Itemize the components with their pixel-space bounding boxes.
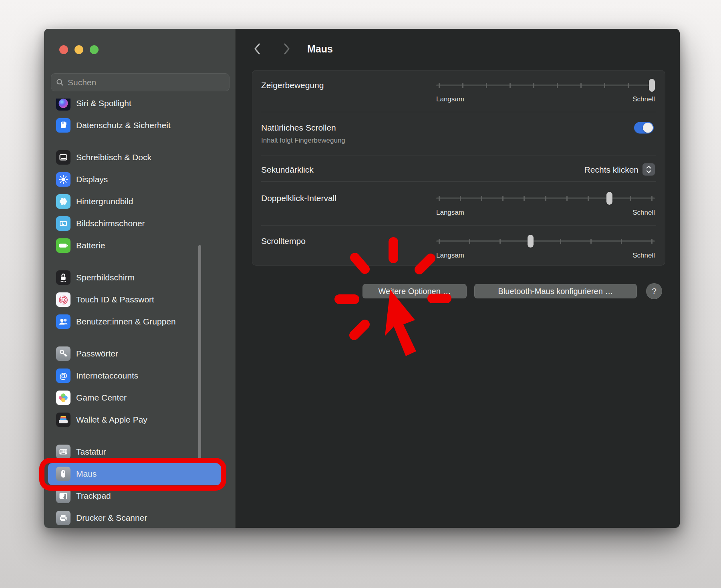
sidebar-item-label: Drucker & Scanner bbox=[76, 513, 147, 523]
scroll-speed-slider[interactable] bbox=[436, 235, 655, 248]
sidebar-item-screensaver[interactable]: Bildschirmschoner bbox=[48, 213, 224, 235]
page-title: Maus bbox=[307, 43, 333, 55]
sidebar-item-lock-screen[interactable]: Sperrbildschirm bbox=[48, 267, 224, 289]
slider-tick bbox=[462, 83, 463, 88]
help-button[interactable]: ? bbox=[646, 283, 662, 299]
search-placeholder: Suchen bbox=[68, 78, 96, 87]
sidebar-item-siri[interactable]: Siri & Spotlight bbox=[48, 99, 224, 115]
slider-tick bbox=[628, 83, 629, 88]
sidebar-scrollbar[interactable] bbox=[198, 245, 201, 461]
keyboard-icon bbox=[56, 445, 70, 459]
natural-scrolling-toggle[interactable] bbox=[634, 122, 654, 134]
sidebar-item-wallet[interactable]: Wallet & Apple Pay bbox=[48, 409, 224, 431]
privacy-hand-icon bbox=[56, 118, 70, 133]
slider-knob[interactable] bbox=[606, 192, 612, 205]
chevron-up-down-icon bbox=[642, 163, 655, 176]
dropdown-value: Rechts klicken bbox=[584, 165, 638, 174]
double-click-scale: Langsam Schnell bbox=[436, 209, 655, 217]
sidebar-item-desktop-dock[interactable]: Schreibtisch & Dock bbox=[48, 147, 224, 169]
sidebar-item-label: Batterie bbox=[76, 241, 105, 250]
scale-max-label: Schnell bbox=[632, 209, 655, 217]
screensaver-icon bbox=[56, 216, 70, 231]
scale-min-label: Langsam bbox=[436, 209, 464, 217]
sidebar-item-label: Bildschirmschoner bbox=[76, 219, 145, 228]
slider-tick bbox=[510, 83, 511, 88]
sidebar-item-mouse[interactable]: Maus bbox=[48, 463, 224, 485]
slider-tick bbox=[604, 83, 605, 88]
sidebar-item-label: Game Center bbox=[76, 393, 127, 403]
sidebar-item-label: Trackpad bbox=[76, 491, 111, 501]
pointer-speed-slider[interactable] bbox=[436, 79, 655, 92]
slider-tick bbox=[486, 83, 487, 88]
slider-tick bbox=[439, 239, 440, 244]
slider-tick bbox=[566, 196, 568, 201]
desktop-dock-icon bbox=[56, 150, 70, 165]
divider bbox=[261, 155, 656, 155]
sidebar-group: Passwörter@InternetaccountsGame CenterWa… bbox=[44, 343, 236, 431]
game-center-icon bbox=[56, 391, 70, 405]
sidebar-item-label: Tastatur bbox=[76, 447, 106, 457]
slider-knob[interactable] bbox=[528, 235, 534, 248]
siri-icon bbox=[56, 99, 70, 111]
natural-scrolling-sublabel: Inhalt folgt Fingerbewegung bbox=[261, 137, 345, 145]
more-options-button[interactable]: Weitere Optionen … bbox=[363, 284, 467, 298]
sidebar-item-label: Touch ID & Passwort bbox=[76, 295, 154, 304]
scale-max-label: Schnell bbox=[632, 95, 655, 103]
content-pane: Maus Zeigerbewegung Langsam Schnell Natü… bbox=[236, 29, 680, 528]
double-click-slider[interactable] bbox=[436, 192, 655, 205]
configure-bluetooth-mouse-button[interactable]: Bluetooth-Maus konfigurieren … bbox=[474, 284, 637, 298]
sidebar-item-label: Wallet & Apple Pay bbox=[76, 415, 147, 425]
slider-tick bbox=[524, 196, 525, 201]
sidebar-group: TastaturMausTrackpadDrucker & Scanner bbox=[44, 441, 236, 525]
sidebar-list: Siri & SpotlightDatenschutz & Sicherheit… bbox=[44, 99, 236, 525]
sidebar-group: Schreibtisch & DockDisplaysHintergrundbi… bbox=[44, 147, 236, 257]
fullscreen-button[interactable] bbox=[90, 45, 99, 54]
divider bbox=[261, 181, 656, 182]
cursor-arrow-icon bbox=[385, 290, 416, 356]
sidebar-item-users-groups[interactable]: Benutzer:innen & Gruppen bbox=[48, 311, 224, 333]
search-input[interactable]: Suchen bbox=[51, 73, 230, 91]
sidebar-item-label: Sperrbildschirm bbox=[76, 273, 135, 282]
sidebar-item-internet-accounts[interactable]: @Internetaccounts bbox=[48, 365, 224, 387]
minimize-button[interactable] bbox=[75, 45, 83, 54]
sidebar-item-displays[interactable]: Displays bbox=[48, 169, 224, 191]
back-button[interactable] bbox=[251, 41, 263, 57]
sidebar-item-game-center[interactable]: Game Center bbox=[48, 387, 224, 409]
double-click-label: Doppelklick-Intervall bbox=[261, 193, 336, 203]
sidebar-item-privacy[interactable]: Datenschutz & Sicherheit bbox=[48, 115, 224, 137]
slider-tick bbox=[651, 239, 653, 244]
window-controls bbox=[59, 45, 99, 54]
sidebar-item-keyboard[interactable]: Tastatur bbox=[48, 441, 224, 463]
natural-scrolling-label: Natürliches Scrollen bbox=[261, 123, 336, 133]
scale-min-label: Langsam bbox=[436, 95, 464, 103]
secondary-click-dropdown[interactable]: Rechts klicken bbox=[584, 163, 655, 176]
sidebar-item-printers[interactable]: Drucker & Scanner bbox=[48, 507, 224, 525]
pointer-speed-label: Zeigerbewegung bbox=[261, 81, 324, 90]
slider-knob[interactable] bbox=[649, 79, 655, 92]
sidebar-item-wallpaper[interactable]: Hintergrundbild bbox=[48, 191, 224, 213]
divider bbox=[261, 226, 656, 226]
forward-button[interactable] bbox=[281, 41, 293, 57]
sidebar-group: SperrbildschirmTouch ID & PasswortBenutz… bbox=[44, 267, 236, 333]
slider-track[interactable] bbox=[436, 85, 655, 86]
sidebar-item-label: Maus bbox=[76, 469, 97, 479]
slider-tick bbox=[557, 83, 558, 88]
close-button[interactable] bbox=[59, 45, 68, 54]
search-icon bbox=[56, 79, 64, 86]
toggle-knob bbox=[643, 123, 653, 133]
slider-tick bbox=[630, 196, 631, 201]
wallpaper-flower-icon bbox=[56, 194, 70, 209]
slider-tick bbox=[590, 239, 592, 244]
sidebar-item-battery[interactable]: Batterie bbox=[48, 235, 224, 257]
chevron-right-icon bbox=[283, 43, 290, 55]
sidebar-item-label: Internetaccounts bbox=[76, 371, 138, 381]
sidebar-item-touch-id[interactable]: Touch ID & Passwort bbox=[48, 289, 224, 311]
slider-tick bbox=[560, 239, 561, 244]
sidebar-item-passwords[interactable]: Passwörter bbox=[48, 343, 224, 365]
slider-tick bbox=[499, 239, 501, 244]
printer-icon bbox=[56, 511, 70, 525]
svg-text:@: @ bbox=[59, 371, 67, 380]
sidebar-item-label: Benutzer:innen & Gruppen bbox=[76, 317, 176, 326]
sidebar-item-trackpad[interactable]: Trackpad bbox=[48, 485, 224, 507]
sidebar: Suchen Siri & SpotlightDatenschutz & Sic… bbox=[44, 29, 236, 528]
